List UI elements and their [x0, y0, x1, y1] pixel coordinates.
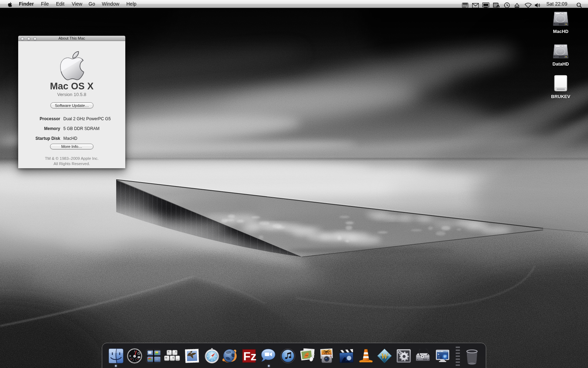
svg-text:✈: ✈	[129, 354, 132, 358]
svg-text:Fz: Fz	[243, 349, 257, 363]
svg-text:...: ...	[176, 357, 178, 360]
svg-text:♪: ♪	[134, 349, 135, 353]
svg-text:A: A	[175, 350, 177, 353]
svg-text:W: W	[381, 352, 389, 361]
svg-text:M: M	[165, 356, 167, 359]
svg-text:E: E	[173, 356, 174, 359]
svg-text:110: 110	[438, 357, 440, 359]
svg-text:N: N	[168, 350, 169, 353]
